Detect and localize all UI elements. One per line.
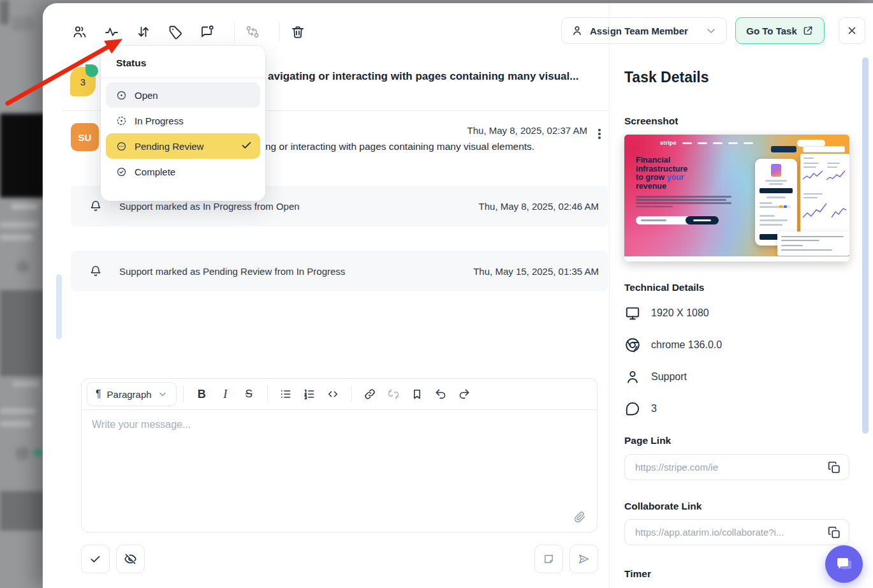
compare-button[interactable] bbox=[245, 24, 260, 40]
screenshot-thumbnail[interactable]: stripe Financial infrastructure to grow … bbox=[624, 135, 849, 261]
message-input[interactable]: Write your message... bbox=[82, 410, 597, 532]
feed-scrollbar-thumb[interactable] bbox=[56, 274, 62, 339]
activity-icon bbox=[104, 24, 119, 40]
toolbar-divider bbox=[234, 22, 235, 41]
backdrop-text-line bbox=[11, 204, 38, 209]
paragraph-style-dropdown[interactable]: ¶ Paragraph bbox=[87, 382, 177, 406]
assignees-button[interactable] bbox=[72, 24, 87, 40]
send-icon bbox=[577, 552, 591, 566]
stripe-product-image bbox=[771, 164, 781, 177]
paperclip-icon bbox=[573, 510, 587, 524]
avatar: SU bbox=[71, 123, 99, 151]
status-option-open[interactable]: Open bbox=[106, 82, 260, 108]
link-button[interactable] bbox=[358, 383, 382, 406]
task-pin-badge[interactable]: 3 bbox=[70, 67, 96, 96]
status-option-complete[interactable]: Complete bbox=[106, 159, 260, 184]
copy-icon bbox=[827, 526, 841, 540]
chat-widget-button[interactable] bbox=[825, 545, 863, 583]
stripe-nav-button bbox=[797, 140, 825, 147]
pin-count-row: 3 bbox=[624, 401, 657, 417]
tag-icon bbox=[168, 24, 183, 40]
technical-details-label: Technical Details bbox=[624, 282, 704, 293]
pin-count-value: 3 bbox=[651, 403, 657, 415]
editor-toolbar-divider bbox=[267, 386, 268, 402]
backdrop-text-line bbox=[13, 381, 40, 386]
backdrop-badge bbox=[33, 449, 42, 457]
backdrop-image bbox=[0, 290, 45, 376]
chevron-down-icon bbox=[158, 389, 168, 399]
creator-value: Support bbox=[651, 371, 687, 383]
panel-title: Task Details bbox=[624, 69, 709, 86]
bullet-list-button[interactable] bbox=[274, 383, 298, 406]
ordered-list-icon bbox=[303, 388, 316, 401]
status-button[interactable] bbox=[104, 24, 119, 40]
status-option-in-progress[interactable]: In Progress bbox=[106, 108, 260, 133]
resolve-toggle-button[interactable] bbox=[81, 545, 110, 573]
note-button[interactable] bbox=[534, 545, 563, 573]
stripe-start-button bbox=[686, 216, 719, 224]
delete-task-button[interactable] bbox=[290, 24, 305, 40]
bullet-list-icon bbox=[279, 388, 292, 401]
copy-page-link-button[interactable] bbox=[827, 460, 841, 474]
activity-timestamp: Thu, May 8, 2025, 02:46 AM bbox=[479, 201, 599, 212]
selected-check-icon bbox=[240, 139, 253, 153]
comment-button[interactable] bbox=[200, 24, 215, 40]
editor-toolbar-divider bbox=[351, 386, 352, 402]
redo-icon bbox=[458, 388, 471, 401]
resolution-row: 1920 X 1080 bbox=[624, 305, 709, 321]
backdrop-image bbox=[0, 491, 45, 531]
page-link-input[interactable] bbox=[635, 462, 827, 473]
users-icon bbox=[72, 24, 87, 40]
task-toolbar bbox=[72, 22, 322, 41]
screenshot-label: Screenshot bbox=[624, 115, 678, 127]
task-title: avigating or interacting with pages cont… bbox=[268, 70, 578, 83]
stripe-logo: stripe bbox=[660, 140, 677, 146]
priority-sort-button[interactable] bbox=[136, 24, 151, 40]
editor-toolbar-divider bbox=[183, 386, 184, 402]
code-button[interactable] bbox=[321, 383, 345, 406]
italic-button[interactable]: I bbox=[214, 383, 237, 406]
message-editor: ¶ Paragraph B I S bbox=[81, 378, 598, 533]
backdrop-text-line bbox=[0, 235, 33, 240]
browser-row: chrome 136.0.0 bbox=[624, 337, 722, 353]
attach-file-button[interactable] bbox=[573, 510, 587, 524]
bell-icon bbox=[89, 264, 103, 278]
status-open-icon bbox=[116, 90, 127, 101]
status-menu-title: Status bbox=[116, 57, 265, 69]
unlink-button[interactable] bbox=[382, 383, 406, 406]
activity-row: Support marked as Pending Review from In… bbox=[71, 251, 608, 291]
redo-button[interactable] bbox=[453, 383, 476, 406]
status-option-pending-review[interactable]: Pending Review bbox=[106, 133, 260, 159]
status-dropdown-menu: Status Open In Progress Pending Review C… bbox=[101, 46, 265, 201]
activity-text: Support marked as Pending Review from In… bbox=[119, 266, 345, 277]
link-icon bbox=[363, 388, 376, 401]
comment-menu-button[interactable] bbox=[595, 127, 604, 141]
bell-icon bbox=[89, 199, 103, 213]
stripe-footer-strip bbox=[624, 256, 849, 261]
pilcrow-icon: ¶ bbox=[96, 388, 101, 400]
stripe-headline: Financial infrastructure to grow your re… bbox=[636, 156, 687, 191]
backdrop-avatar bbox=[17, 260, 29, 273]
collaborate-link-label: Collaborate Link bbox=[624, 501, 701, 512]
monitor-icon bbox=[624, 305, 641, 321]
comment-timestamp: Thu, May 8, 2025, 02:37 AM bbox=[467, 125, 587, 136]
send-message-button[interactable] bbox=[569, 545, 598, 573]
copy-icon bbox=[827, 460, 841, 474]
ordered-list-button[interactable] bbox=[298, 383, 321, 406]
copy-collaborate-link-button[interactable] bbox=[827, 526, 841, 540]
collaborate-link-input[interactable] bbox=[635, 527, 827, 538]
panel-scrollbar-thumb[interactable] bbox=[862, 57, 869, 434]
sort-arrows-icon bbox=[136, 24, 151, 40]
bookmark-button[interactable] bbox=[406, 383, 429, 406]
tag-button[interactable] bbox=[168, 24, 183, 40]
bookmark-icon bbox=[411, 388, 423, 401]
undo-button[interactable] bbox=[429, 383, 453, 406]
stripe-dashboard-mockup bbox=[800, 154, 849, 235]
internal-note-visibility-button[interactable] bbox=[116, 545, 145, 573]
status-pending-review-icon bbox=[116, 141, 127, 152]
comment-dot-icon bbox=[200, 24, 215, 40]
bold-button[interactable]: B bbox=[190, 383, 214, 406]
strikethrough-button[interactable]: S bbox=[237, 383, 261, 406]
git-compare-icon bbox=[245, 24, 260, 40]
unlink-icon bbox=[387, 388, 400, 401]
